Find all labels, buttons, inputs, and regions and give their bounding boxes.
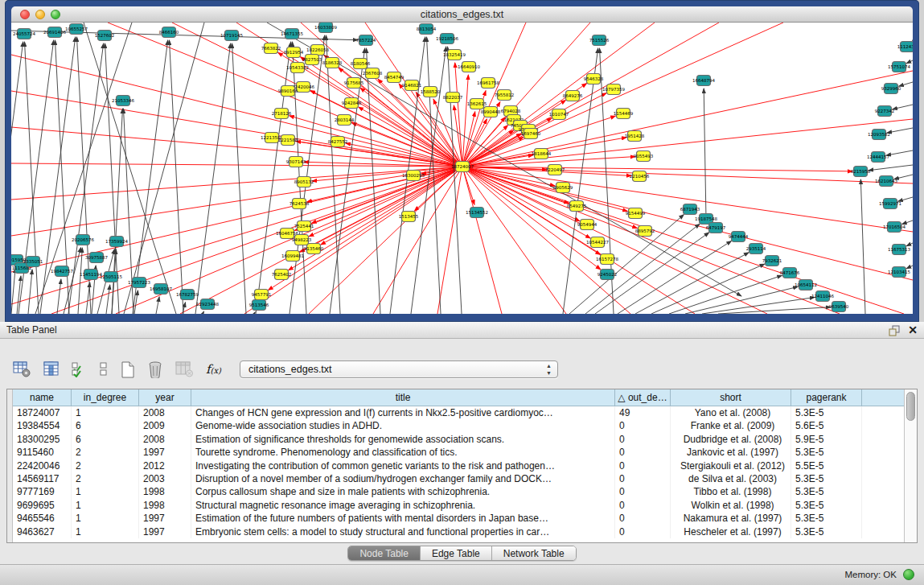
cell[interactable]: Franke et al. (2009) <box>671 419 791 432</box>
cell[interactable]: 2 <box>72 459 139 472</box>
graph-node[interactable]: 8466160 <box>159 27 179 38</box>
graph-node[interactable]: 16157278 <box>596 254 618 265</box>
graph-node[interactable]: 8905629 <box>553 183 573 193</box>
table-row[interactable]: 946362711997Embryonic stem cells: a mode… <box>13 525 904 538</box>
cell[interactable]: 5.5E-5 <box>791 459 862 472</box>
cell[interactable]: Changes of HCN gene expression and I(f) … <box>191 406 615 419</box>
show-column-icon[interactable] <box>43 361 60 377</box>
graph-node[interactable]: 9513546 <box>249 300 269 311</box>
graph-node[interactable]: 8471676 <box>780 268 800 278</box>
graph-node[interactable]: 8215958 <box>851 167 871 177</box>
graph-edge[interactable] <box>462 167 638 229</box>
graph-node[interactable]: 20206576 <box>72 235 94 245</box>
graph-node[interactable]: 2718126 <box>272 109 292 119</box>
graph-node[interactable]: 6479197 <box>706 223 726 233</box>
cell[interactable]: 18300295 <box>13 433 72 446</box>
graph-edge[interactable] <box>232 43 246 314</box>
cell[interactable]: Structural magnetic resonance image aver… <box>191 499 615 512</box>
graph-edge[interactable] <box>906 60 913 64</box>
graph-edge[interactable] <box>901 220 913 225</box>
graph-edge[interactable] <box>203 311 204 314</box>
cell[interactable]: 5.3E-5 <box>791 485 862 498</box>
graph-edge[interactable] <box>180 167 462 314</box>
cell[interactable]: Stergiakouli et al. (2012) <box>671 459 791 472</box>
cell[interactable]: Tibbo et al. (1998) <box>671 485 791 498</box>
graph-edge[interactable] <box>563 48 598 314</box>
graph-edge[interactable] <box>718 307 831 314</box>
column-header-5[interactable]: short <box>671 389 791 406</box>
graph-node[interactable]: 18226058 <box>306 45 329 56</box>
table-row[interactable]: 1938455462009Genome-wide association stu… <box>13 419 904 432</box>
cell[interactable]: 0 <box>615 459 671 472</box>
column-header-0[interactable]: name <box>13 389 72 406</box>
graph-node[interactable]: 2367608 <box>363 68 383 79</box>
cell[interactable]: 2003 <box>139 472 191 485</box>
graph-node[interactable]: 7525441 <box>294 221 314 232</box>
graph-edge[interactable] <box>134 290 138 314</box>
cell[interactable]: 0 <box>615 433 671 446</box>
graph-edge[interactable] <box>35 23 132 314</box>
graph-node[interactable]: 7515526 <box>589 35 610 46</box>
graph-node[interactable]: 16210643 <box>875 176 897 187</box>
graph-node[interactable]: 1527602 <box>95 31 115 41</box>
graph-edge[interactable] <box>462 167 627 211</box>
cell[interactable]: 0 <box>615 472 671 485</box>
graph-node[interactable]: 20691406 <box>43 27 66 38</box>
graph-node[interactable]: 12505115 <box>100 272 122 282</box>
graph-node[interactable]: 15992971 <box>879 199 901 209</box>
graph-node[interactable]: 19842757 <box>51 266 73 277</box>
graph-edge[interactable] <box>86 282 90 314</box>
graph-node[interactable]: 8990448 <box>481 107 501 117</box>
column-header-4[interactable]: △ out_de… <box>615 389 671 406</box>
graph-node[interactable]: 8895792 <box>635 226 655 237</box>
graph-node[interactable]: 9457791 <box>252 290 272 300</box>
memory-ok-icon[interactable] <box>903 569 914 580</box>
graph-node[interactable]: 9242848 <box>342 98 362 109</box>
table-scrollbar[interactable] <box>904 389 917 542</box>
graph-node[interactable]: 6871943 <box>680 204 700 215</box>
graph-node[interactable]: 7857224 <box>356 35 376 46</box>
cell[interactable]: 5.3E-5 <box>791 499 862 512</box>
cell[interactable]: de Silva et al. (2003) <box>671 472 791 485</box>
graph-node[interactable]: 7220497 <box>545 165 565 175</box>
column-header-3[interactable]: title <box>191 389 615 406</box>
cell[interactable]: Hescheler et al. (1997) <box>671 525 791 538</box>
graph-node[interactable]: 21053346 <box>112 96 134 106</box>
cell[interactable]: Corpus callosum shape and size in male p… <box>191 485 615 498</box>
row-height-icon[interactable] <box>99 361 109 377</box>
cell[interactable]: 9115460 <box>13 446 72 459</box>
graph-node[interactable]: 9054944 <box>577 220 598 230</box>
graph-edge[interactable] <box>11 268 15 314</box>
cell[interactable]: 2008 <box>139 433 191 446</box>
graph-node[interactable]: 1154469 <box>614 109 634 119</box>
cell[interactable]: Estimation of significance thresholds fo… <box>191 433 615 446</box>
column-header-2[interactable]: year <box>139 389 191 406</box>
graph-edge[interactable] <box>133 40 168 314</box>
graph-node[interactable]: 10544227 <box>586 237 609 248</box>
graph-node[interactable]: 24055724 <box>13 29 35 39</box>
cell[interactable]: 5.3E-5 <box>791 512 862 525</box>
table-row[interactable]: 1456911722003Disruption of a novel membe… <box>13 472 904 485</box>
cell[interactable]: 1 <box>72 406 139 419</box>
graph-edge[interactable] <box>887 128 913 133</box>
cell[interactable]: 0 <box>615 419 671 432</box>
graph-node[interactable]: 16033809 <box>314 23 337 33</box>
graph-node[interactable]: 12093582 <box>868 130 890 140</box>
table-row[interactable]: 1830029562008Estimation of significance … <box>13 433 904 446</box>
graph-node[interactable]: 10654112 <box>795 280 817 290</box>
cell[interactable]: Nakamura et al. (1997) <box>671 512 791 525</box>
cell[interactable]: Disruption of a novel member of a sodium… <box>191 472 615 485</box>
graph-node[interactable]: 10719145 <box>220 31 243 41</box>
graph-node[interactable]: 8822037 <box>443 93 463 103</box>
cell[interactable]: 2 <box>72 472 139 485</box>
graph-edge[interactable] <box>156 297 159 314</box>
graph-edge[interactable] <box>860 179 865 314</box>
cell[interactable]: Yano et al. (2008) <box>671 406 791 419</box>
table-row[interactable]: 1872400712008Changes of HCN gene express… <box>13 406 904 419</box>
table-row[interactable]: 911546021997Tourette syndrome. Phenomeno… <box>13 446 904 459</box>
graph-node[interactable]: 1513455 <box>399 212 419 222</box>
graph-node[interactable]: 7624538 <box>290 199 310 209</box>
table-row[interactable]: 977716911998Corpus callosum shape and si… <box>13 485 904 498</box>
graph-edge[interactable] <box>462 167 601 270</box>
graph-edge[interactable] <box>618 241 732 314</box>
